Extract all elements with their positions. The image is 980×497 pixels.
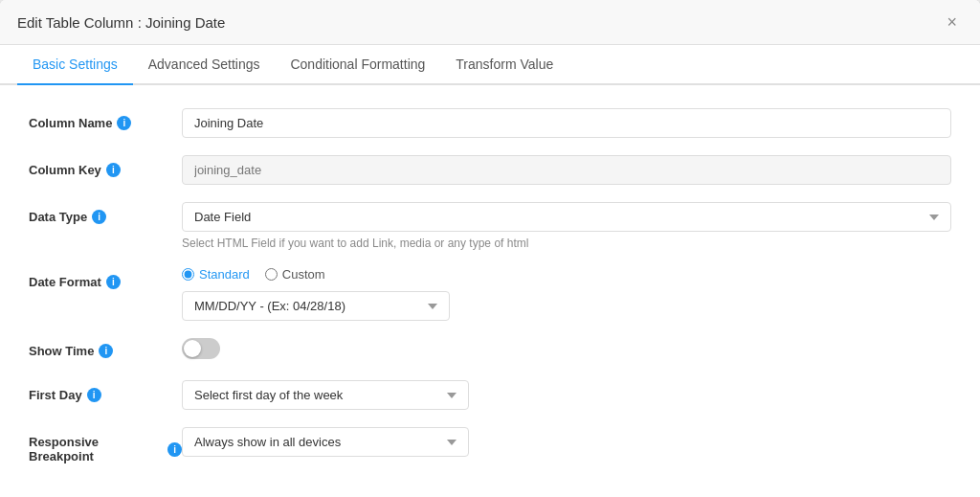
modal-header: Edit Table Column : Joining Date × [0, 0, 980, 45]
data-type-select[interactable]: Date Field [182, 202, 951, 232]
column-name-info-icon: i [117, 116, 131, 130]
toggle-slider [182, 338, 220, 359]
first-day-select[interactable]: Select first day of the week [182, 380, 469, 410]
tab-advanced-settings[interactable]: Advanced Settings [133, 45, 276, 85]
column-name-input[interactable] [182, 108, 951, 138]
modal-title: Edit Table Column : Joining Date [17, 14, 225, 31]
date-format-control-wrap: Standard Custom MM/DD/YY - (Ex: 04/28/18… [182, 267, 951, 321]
column-name-row: Column Name i [29, 108, 951, 138]
data-type-row: Data Type i Date Field Select HTML Field… [29, 202, 951, 250]
first-day-label: First Day i [29, 380, 182, 402]
date-format-options: Standard Custom [182, 267, 951, 282]
close-button[interactable]: × [941, 11, 963, 33]
date-format-custom-label: Custom [282, 267, 325, 282]
responsive-select-wrap: Always show in all devices [182, 427, 951, 457]
column-key-input-wrap [182, 155, 951, 185]
tabs-bar: Basic Settings Advanced Settings Conditi… [0, 45, 980, 85]
edit-table-column-modal: Edit Table Column : Joining Date × Basic… [0, 0, 980, 497]
show-time-label: Show Time i [29, 344, 182, 358]
date-format-select-wrap: MM/DD/YY - (Ex: 04/28/18) [182, 291, 450, 321]
first-day-info-icon: i [87, 388, 101, 402]
date-format-row: Date Format i Standard Custom MM/D [29, 267, 951, 321]
show-time-row: Show Time i [29, 338, 951, 363]
date-format-label: Date Format i [29, 267, 182, 289]
responsive-breakpoint-row: Responsive Breakpoint i Always show in a… [29, 427, 951, 463]
show-time-info-icon: i [99, 344, 113, 358]
column-key-input [182, 155, 951, 185]
column-key-label: Column Key i [29, 155, 182, 177]
data-type-select-wrap: Date Field Select HTML Field if you want… [182, 202, 951, 250]
tab-conditional-formatting[interactable]: Conditional Formatting [275, 45, 440, 85]
modal-body: Column Name i Column Key i Data Type i [0, 85, 980, 497]
first-day-select-wrap: Select first day of the week [182, 380, 951, 410]
date-format-select[interactable]: MM/DD/YY - (Ex: 04/28/18) [182, 291, 450, 321]
date-format-standard-radio[interactable] [182, 268, 194, 281]
column-key-info-icon: i [106, 163, 121, 177]
date-format-info-icon: i [106, 275, 121, 289]
responsive-label: Responsive Breakpoint i [29, 427, 182, 463]
show-time-toggle-wrap [182, 338, 951, 363]
date-format-custom-option[interactable]: Custom [265, 267, 325, 282]
column-name-input-wrap [182, 108, 951, 138]
date-format-standard-label: Standard [199, 267, 250, 282]
data-type-hint: Select HTML Field if you want to add Lin… [182, 237, 951, 250]
column-key-row: Column Key i [29, 155, 951, 185]
date-format-custom-radio[interactable] [265, 268, 278, 281]
show-time-toggle[interactable] [182, 338, 220, 359]
column-name-label: Column Name i [29, 108, 182, 130]
data-type-info-icon: i [92, 210, 106, 224]
date-format-standard-option[interactable]: Standard [182, 267, 250, 282]
tab-transform-value[interactable]: Transform Value [440, 45, 568, 85]
responsive-select[interactable]: Always show in all devices [182, 427, 469, 457]
responsive-info-icon: i [167, 442, 182, 457]
first-day-row: First Day i Select first day of the week [29, 380, 951, 410]
data-type-label: Data Type i [29, 202, 182, 224]
tab-basic-settings[interactable]: Basic Settings [17, 45, 133, 85]
